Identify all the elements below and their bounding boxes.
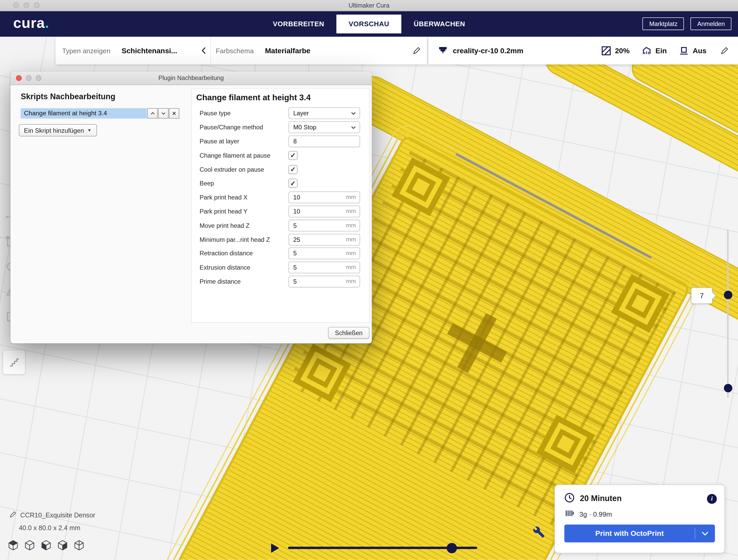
- pencil-icon[interactable]: [721, 46, 729, 55]
- pause-at-layer-input[interactable]: [289, 136, 360, 147]
- field-row: Prime distance mm: [192, 274, 370, 289]
- view-icons-row: [9, 540, 84, 552]
- printer-profile[interactable]: creality-cr-10 0.2mm: [453, 46, 523, 55]
- beep-checkbox[interactable]: ✓: [289, 179, 297, 188]
- add-script-button[interactable]: Ein Skript hinzufügen▼: [19, 124, 97, 136]
- model-dimensions: 40.0 x 80.0 x 2.4 mm: [19, 524, 80, 532]
- field-label: Cool extruder on pause: [200, 166, 289, 173]
- settings-heading: Change filament at height 3.4: [196, 93, 370, 103]
- infill-value[interactable]: 20%: [615, 46, 629, 55]
- caret-down-icon: ▼: [87, 128, 91, 133]
- layer-number: 7: [700, 292, 704, 300]
- material-icon: [565, 510, 574, 519]
- field-label: Pause at layer: [200, 138, 289, 145]
- dialog-minimize-button[interactable]: [26, 75, 32, 81]
- unit-label: mm: [346, 194, 356, 200]
- chevron-down-icon[interactable]: [695, 525, 715, 543]
- field-label: Retraction distance: [200, 250, 289, 257]
- script-settings-pane: Change filament at height 3.4 Pause type…: [191, 89, 370, 323]
- layer-slider-lower-handle[interactable]: [724, 384, 733, 393]
- material-usage: 3g · 0.99m: [580, 510, 612, 518]
- unit-label: mm: [346, 250, 356, 256]
- printer-settings-bar: creality-cr-10 0.2mm 20% Ein Aus: [428, 37, 738, 64]
- tab-ueberwachen[interactable]: ÜBERWACHEN: [401, 11, 477, 37]
- qr-cross: [435, 302, 518, 384]
- collapse-chevron-icon[interactable]: [202, 47, 206, 54]
- field-row: Park print head Y mm: [192, 204, 370, 218]
- view-cube-icon[interactable]: [74, 540, 84, 552]
- info-icon[interactable]: i: [707, 494, 717, 504]
- checkmark-icon: ✓: [290, 152, 296, 159]
- pause-type-select[interactable]: Layer: [289, 107, 360, 119]
- dialog-titlebar[interactable]: Plugin Nachbearbeitung: [10, 71, 372, 85]
- print-with-octoprint-button[interactable]: Print with OctoPrint: [565, 525, 715, 543]
- script-list-item: Change filament at height 3.4: [21, 108, 193, 119]
- remove-script-button[interactable]: [169, 108, 179, 119]
- move-script-down-button[interactable]: [158, 108, 168, 119]
- marketplace-button[interactable]: Marktplatz: [643, 17, 684, 30]
- layer-slider-track[interactable]: [727, 229, 728, 398]
- selected-script[interactable]: Change filament at height 3.4: [21, 108, 147, 119]
- view-cube-icon[interactable]: [41, 540, 51, 552]
- adhesion-value[interactable]: Aus: [693, 46, 707, 55]
- clock-icon: [565, 493, 575, 505]
- field-row: Move print head Z mm: [192, 218, 370, 232]
- move-script-up-button[interactable]: [147, 108, 158, 119]
- view-cube-icon[interactable]: [58, 540, 67, 552]
- dialog-window-controls: [16, 75, 42, 81]
- checkmark-icon: ✓: [290, 180, 296, 186]
- layer-view-panel[interactable]: [3, 350, 25, 375]
- color-scheme-label: Farbschema: [216, 47, 254, 54]
- printer-icon: [438, 46, 448, 55]
- cool-extruder-checkbox[interactable]: ✓: [289, 165, 297, 174]
- field-label: Change filament at pause: [200, 152, 289, 159]
- infill-icon: [601, 46, 611, 55]
- change-filament-checkbox[interactable]: ✓: [289, 151, 297, 160]
- dialog-close-button[interactable]: [16, 75, 22, 81]
- dialog-title: Plugin Nachbearbeitung: [10, 71, 372, 85]
- unit-label: mm: [346, 222, 356, 228]
- support-icon: [642, 46, 651, 55]
- scripts-heading: Skripts Nachbearbeitung: [21, 92, 193, 101]
- layer-slider-upper-handle[interactable]: [724, 291, 733, 299]
- field-label: Extrusion distance: [200, 264, 289, 271]
- support-value[interactable]: Ein: [655, 46, 667, 55]
- sign-in-button[interactable]: Anmelden: [691, 17, 732, 30]
- field-label: Move print head Z: [200, 222, 289, 229]
- field-label: Pause/Change method: [200, 124, 289, 131]
- pencil-icon[interactable]: [413, 46, 421, 55]
- view-cube-icon[interactable]: [25, 540, 34, 552]
- layer-number-badge: 7: [691, 288, 713, 304]
- field-row: Change filament at pause ✓: [192, 148, 370, 162]
- field-label: Park print head Y: [200, 208, 289, 215]
- simulation-slider-handle[interactable]: [447, 543, 457, 553]
- print-time: 20 Minuten: [580, 494, 622, 503]
- dialog-close-action-button[interactable]: Schließen: [328, 327, 369, 339]
- view-cube-icon[interactable]: [9, 540, 18, 552]
- field-row: Extrusion distance mm: [192, 260, 370, 274]
- model-name-row: CCR10_Exquisite Densor: [9, 511, 95, 520]
- tab-vorschau[interactable]: VORSCHAU: [337, 15, 401, 33]
- view-settings-bar: Typen anzeigen Schichtenansi... Farbsche…: [56, 37, 427, 64]
- pencil-icon[interactable]: [9, 511, 16, 520]
- print-button-label: Print with OctoPrint: [565, 525, 695, 543]
- dialog-zoom-button[interactable]: [36, 75, 42, 81]
- model-name: CCR10_Exquisite Densor: [20, 511, 95, 519]
- checkmark-icon: ✓: [290, 166, 296, 173]
- play-button[interactable]: [271, 543, 279, 553]
- print-job-panel: 20 Minuten i 3g · 0.99m Print with OctoP…: [555, 485, 725, 553]
- view-type-value[interactable]: Schichtenansi...: [122, 46, 177, 55]
- tab-vorbereiten[interactable]: VORBEREITEN: [261, 11, 337, 37]
- main-tabs: VORBEREITEN VORSCHAU ÜBERWACHEN: [261, 11, 477, 37]
- pause-method-select[interactable]: M0 Stop: [289, 121, 360, 133]
- field-row: Minimum par...rint head Z mm: [192, 232, 370, 246]
- window-title: Ultimaker Cura: [0, 0, 738, 11]
- color-scheme-value[interactable]: Materialfarbe: [265, 46, 311, 55]
- field-row: Pause at layer: [192, 134, 370, 148]
- select-value: M0 Stop: [293, 124, 316, 131]
- app-window: 7 20 Minuten i 3g · 0.99m Print with Oct…: [0, 0, 738, 560]
- field-label: Pause type: [200, 110, 289, 117]
- chevron-down-icon: [351, 126, 356, 129]
- wrench-icon[interactable]: [533, 526, 545, 540]
- view-type-label: Typen anzeigen: [62, 47, 110, 54]
